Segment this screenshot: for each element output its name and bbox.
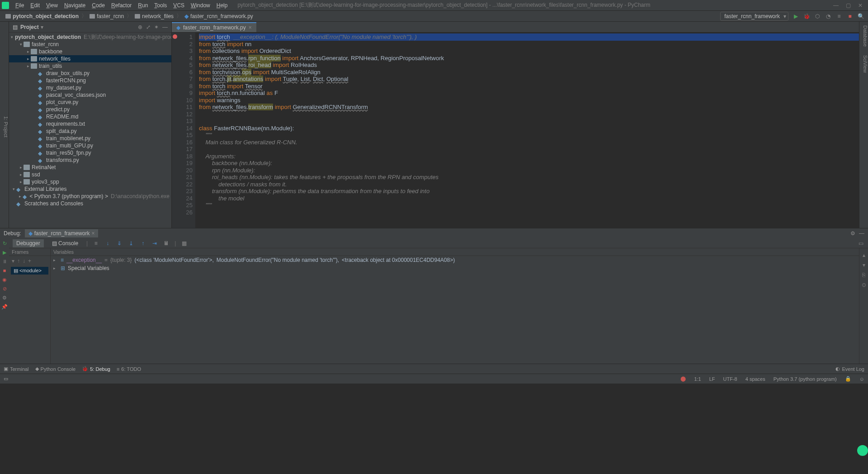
code-line[interactable]: from collections import OrderedDict [199,47,859,55]
step-over-icon[interactable]: ≡ [92,240,99,247]
close-icon[interactable]: ✕ [858,2,863,9]
up-icon[interactable]: ▴ [863,252,865,258]
status-msg-icon[interactable]: ▭ [4,376,8,382]
tree-row[interactable]: ▸yolov3_spp [9,178,171,185]
code-line[interactable]: roi_heads (nn.Module): takes the feature… [199,174,859,181]
run-to-cursor-icon[interactable]: ⇥ [151,240,158,247]
terminal-tab[interactable]: ▣ Terminal [4,366,29,372]
database-tool-tab[interactable]: Database [863,25,868,47]
pin-icon[interactable]: 📌 [1,303,8,310]
add-icon[interactable]: + [28,258,31,264]
menu-help[interactable]: Help [214,1,231,9]
error-badge-icon[interactable]: ⬤ [680,376,686,382]
breadcrumb-item[interactable]: pytorch_object_detection [4,13,80,19]
debug-session-tab[interactable]: ◆ faster_rcnn_framework × [25,229,99,237]
collapse-icon[interactable]: ✶ [154,24,159,30]
code-line[interactable]: import warnings [199,97,859,104]
run-icon[interactable]: ▶ [792,13,799,20]
right-tool-stripe[interactable]: Database SciView [859,22,868,228]
code-line[interactable]: the model [199,195,859,202]
code-line[interactable] [199,209,859,216]
code-line[interactable]: transform (nn.Module): performs the data… [199,188,859,195]
minimize-icon[interactable]: — [833,2,839,9]
editor-tab[interactable]: ◆ faster_rcnn_framework.py × [172,22,256,32]
expand-icon[interactable]: ▸ [53,258,58,262]
code-line[interactable]: """ [199,202,859,209]
expand-icon[interactable]: ▸ [53,266,58,270]
code-line[interactable]: detections / masks from it. [199,181,859,188]
menu-refactor[interactable]: Refactor [108,1,134,9]
tree-row[interactable]: ▾faster_rcnn [9,41,171,48]
select-opened-file-icon[interactable]: ⊕ [138,24,142,30]
python-console-tab[interactable]: ◆ Python Console [35,366,76,372]
thread-dropdown-icon[interactable]: ▾ [12,258,14,264]
caret-position[interactable]: 1:1 [694,376,701,382]
expand-all-icon[interactable]: ⤢ [146,24,151,30]
code-editor[interactable]: 1234567891011121314151617181920212223242… [172,33,859,228]
code-line[interactable] [199,118,859,125]
view-breakpoints-icon[interactable]: ◉ [1,276,8,283]
tree-row[interactable]: ▸ssd [9,171,171,178]
tree-row[interactable]: ◆predict.py [9,106,171,113]
tree-row[interactable]: ◆plot_curve.py [9,99,171,106]
code-line[interactable]: from torch import Tensor [199,83,859,90]
down-icon[interactable]: ▾ [863,262,865,268]
line-ending[interactable]: LF [709,376,715,382]
tree-row[interactable]: ◆spilt_data.py [9,128,171,135]
mute-breakpoints-icon[interactable]: ⊘ [1,285,8,292]
copy-icon[interactable]: ⎘ [862,272,865,278]
code-line[interactable]: class FasterRCNNBase(nn.Module): [199,125,859,132]
variable-row[interactable]: ▸ ⊞ Special Variables [51,264,859,272]
resume-icon[interactable]: ▶ [1,249,8,256]
watch-icon[interactable]: ⊙ [862,282,866,288]
coverage-icon[interactable]: ⬡ [814,13,821,20]
menu-edit[interactable]: Edit [28,1,42,9]
tree-row[interactable]: ▸network_files [9,55,171,62]
maximize-icon[interactable]: ▢ [846,2,851,9]
run-config-dropdown[interactable]: faster_rcnn_framework [720,12,788,21]
code-line[interactable]: from torch import nn [199,41,859,48]
stop-icon[interactable]: ■ [846,13,854,20]
menu-vcs[interactable]: VCS [170,1,187,9]
next-frame-icon[interactable]: ↓ [23,258,25,264]
pause-icon[interactable]: ⏸ [1,258,8,265]
todo-tab[interactable]: ≡ 6: TODO [117,366,141,372]
debugger-tab[interactable]: Debugger [13,239,44,247]
menu-file[interactable]: File [13,1,27,9]
menu-code[interactable]: Code [89,1,108,9]
tree-row[interactable]: ▸backbone [9,48,171,55]
code-content[interactable]: import torch__exception__: (, ModuleNotF… [195,33,859,228]
hector-icon[interactable]: ☺ [859,376,864,382]
interpreter[interactable]: Python 3.7 (python program) [774,376,837,382]
code-line[interactable]: rpn (nn.Module): [199,167,859,174]
code-line[interactable] [199,111,859,118]
code-line[interactable]: Main class for Generalized R-CNN. [199,139,859,146]
menu-navigate[interactable]: Navigate [61,1,88,9]
tree-row[interactable]: ▸◆< Python 3.7 (python program) >D:\anac… [9,193,171,200]
code-line[interactable]: Arguments: [199,153,859,160]
breakpoint-icon[interactable] [173,34,177,39]
tree-row[interactable]: ◆README.md [9,113,171,120]
step-into-icon[interactable]: ↓ [104,240,111,247]
close-icon[interactable]: × [91,230,94,237]
code-line[interactable]: from torchvision.ops import MultiScaleRo… [199,69,859,76]
search-icon[interactable]: 🔍 [857,13,864,20]
step-into-my-icon[interactable]: ⇓ [116,240,123,247]
code-line[interactable]: import torch__exception__: (, ModuleNotF… [199,33,859,41]
tree-row[interactable]: ▸RetinaNet [9,164,171,171]
menu-window[interactable]: Window [188,1,213,9]
event-log-tab[interactable]: ◐ Event Log [835,366,864,372]
restore-layout-icon[interactable]: ▭ [857,240,864,247]
tree-row[interactable]: ◆requirements.txt [9,120,171,128]
close-tab-icon[interactable]: × [249,24,252,31]
settings-icon[interactable]: ⚙ [850,230,855,237]
menu-run[interactable]: Run [135,1,151,9]
code-line[interactable]: from network_files.transform import Gene… [199,104,859,111]
menu-view[interactable]: View [43,1,61,9]
code-line[interactable]: from torch.jit.annotations import Tuple,… [199,76,859,83]
force-step-icon[interactable]: ⤓ [127,240,135,247]
tree-row[interactable]: ◆fasterRCNN.png [9,77,171,84]
tree-row[interactable]: ◆transforms.py [9,156,171,164]
stop-icon[interactable]: ■ [1,267,8,274]
lock-icon[interactable]: 🔒 [845,376,851,382]
